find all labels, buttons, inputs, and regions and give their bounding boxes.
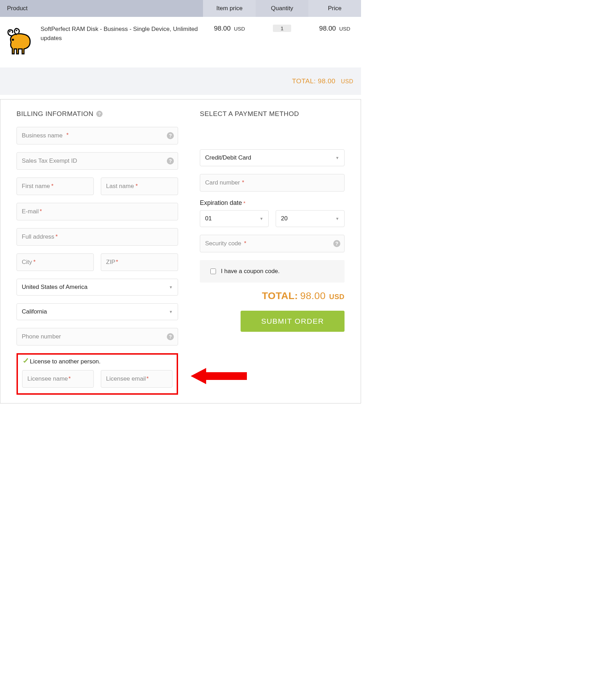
grand-total-label: TOTAL: [262,290,298,301]
exp-year-select[interactable]: 20 ▼ [276,210,345,227]
arrow-annotation-icon [191,368,247,384]
header-item-price: Item price [203,0,256,17]
address-field[interactable] [17,228,178,246]
exp-year-value: 20 [281,215,288,222]
zip-field[interactable] [101,253,178,271]
cart-total-currency: USD [341,78,353,84]
chevron-down-icon: ▼ [335,216,339,221]
help-icon[interactable]: ? [167,132,174,139]
phone-field[interactable] [17,328,178,345]
license-label: License to another person. [30,358,100,365]
license-checkbox[interactable] [22,358,28,365]
svg-point-0 [12,39,14,41]
svg-marker-1 [191,368,247,384]
email-field[interactable] [17,203,178,220]
grand-total-value: 98.00 [300,290,326,301]
cart-table: Product Item price Quantity Price SoftPe… [0,0,361,95]
state-value: California [22,308,47,315]
coupon-label: I have a coupon code. [221,268,280,275]
tax-exempt-field[interactable] [17,152,178,170]
help-icon[interactable]: ? [96,111,103,117]
submit-order-button[interactable]: SUBMIT ORDER [241,311,345,332]
product-name: SoftPerfect RAM Disk - Business - Single… [41,25,198,43]
chevron-down-icon: ▼ [260,216,263,221]
header-price: Price [308,0,361,17]
expiration-label: Expiration date [200,199,242,206]
billing-title: BILLING INFORMATION [17,110,93,118]
chevron-down-icon: ▼ [169,310,173,314]
cart-total-label: TOTAL: [292,77,316,85]
line-price-currency: USD [339,26,350,32]
exp-month-value: 01 [205,215,212,222]
payment-method-value: Credit/Debit Card [205,154,251,161]
chevron-down-icon: ▼ [169,285,173,289]
header-quantity: Quantity [256,0,308,17]
grand-total-currency: USD [329,293,345,300]
payment-title: SELECT A PAYMENT METHOD [200,110,299,118]
help-icon[interactable]: ? [167,333,174,340]
license-section: License to another person. * * [17,353,178,395]
country-select[interactable]: United States of America ▼ [17,279,178,296]
quantity-value: 1 [273,25,291,32]
ram-icon [5,25,36,60]
chevron-down-icon: ▼ [335,156,339,160]
licensee-email-field[interactable] [101,370,172,388]
last-name-field[interactable] [101,177,178,195]
exp-month-select[interactable]: 01 ▼ [200,210,269,227]
first-name-field[interactable] [17,177,94,195]
header-product: Product [0,0,203,17]
cart-total-value: 98.00 [318,77,335,85]
item-price-currency: USD [234,26,245,32]
payment-method-select[interactable]: Credit/Debit Card ▼ [200,149,345,166]
licensee-name-field[interactable] [22,370,94,388]
help-icon[interactable]: ? [167,157,174,164]
item-price-value: 98.00 [214,25,231,32]
country-value: United States of America [22,284,87,291]
line-price-value: 98.00 [319,25,336,32]
business-name-field[interactable] [17,127,178,144]
help-icon[interactable]: ? [333,240,340,247]
security-code-field[interactable] [200,235,345,252]
state-select[interactable]: California ▼ [17,303,178,320]
coupon-checkbox[interactable] [210,269,216,274]
city-field[interactable] [17,253,94,271]
card-number-field[interactable] [200,174,345,192]
